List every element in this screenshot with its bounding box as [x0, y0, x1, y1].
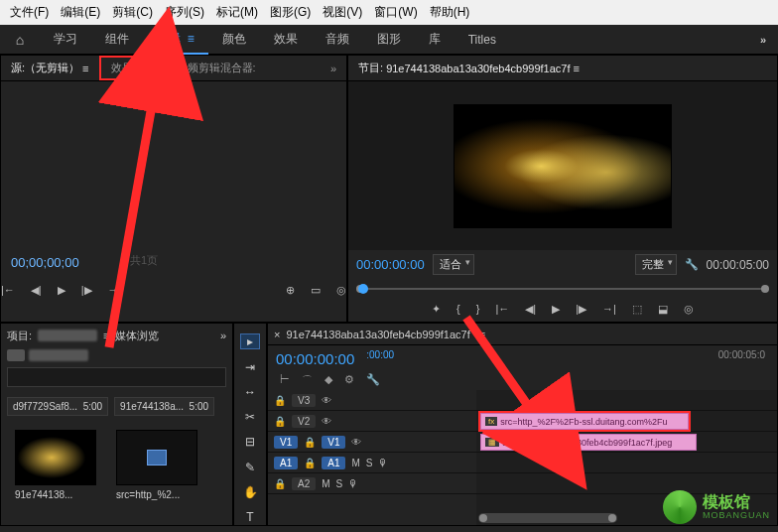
menu-graphics[interactable]: 图形(G): [264, 2, 317, 23]
bin-icon[interactable]: [7, 349, 25, 361]
mic-icon[interactable]: 🎙: [348, 478, 358, 489]
linked-sel-icon[interactable]: ⌒: [302, 373, 313, 388]
ws-effects[interactable]: 效果: [260, 25, 312, 55]
tab-program[interactable]: 节目: 91e744138aba13a30feb4cb999f1ac7f ≡: [348, 56, 589, 80]
lift-icon[interactable]: ⬚: [632, 303, 642, 316]
add-marker-icon[interactable]: ✦: [432, 303, 441, 316]
ws-audio[interactable]: 音频: [312, 25, 363, 55]
timeline-sequence-tab[interactable]: 91e744138aba13a30feb4cb999f1ac7f: [286, 329, 469, 340]
program-scrubber[interactable]: [348, 279, 777, 299]
timeline-timecode[interactable]: 00:00:00:00: [276, 350, 354, 367]
mark-in-icon[interactable]: |←: [1, 284, 15, 297]
track-v3[interactable]: V3: [292, 394, 316, 407]
ws-library[interactable]: 库: [415, 25, 454, 55]
solo-button[interactable]: S: [336, 478, 343, 489]
play-icon[interactable]: ▶: [552, 303, 560, 316]
ws-assembly[interactable]: 组件: [91, 25, 143, 55]
snap-icon[interactable]: ⊢: [280, 373, 290, 388]
project-search-input[interactable]: [7, 367, 226, 387]
settings-icon[interactable]: ⚙: [344, 373, 354, 388]
track-target-a1[interactable]: A1: [274, 457, 298, 469]
ws-titles[interactable]: Titles: [454, 25, 510, 55]
track-v2[interactable]: V2: [292, 415, 316, 428]
solo-button[interactable]: S: [366, 458, 373, 468]
menu-sequence[interactable]: 序列(S): [159, 2, 210, 23]
ws-learn[interactable]: 学习: [40, 25, 91, 55]
program-timecode[interactable]: 00:00:00:00: [356, 257, 425, 272]
zoom-fit-dropdown[interactable]: 适合: [433, 254, 474, 275]
step-fwd-icon[interactable]: |▶: [576, 303, 586, 316]
track-a1[interactable]: A1: [322, 457, 345, 469]
menu-help[interactable]: 帮助(H): [424, 2, 476, 23]
bin-icon[interactable]: [29, 349, 88, 361]
home-icon[interactable]: ⌂: [0, 32, 40, 48]
source-timecode[interactable]: 00;00;00;00: [11, 255, 79, 270]
tab-effect-controls[interactable]: 效果控件: [99, 56, 167, 80]
lock-icon[interactable]: 🔒: [304, 458, 316, 468]
mic-icon[interactable]: 🎙: [378, 458, 388, 468]
timeline-hscroll[interactable]: [478, 513, 617, 523]
ripple-tool-icon[interactable]: ↔: [240, 384, 260, 399]
resolution-dropdown[interactable]: 完整: [635, 254, 677, 275]
overwrite-icon[interactable]: ▭: [311, 284, 321, 297]
step-back-icon[interactable]: ◀|: [31, 284, 42, 297]
lock-icon[interactable]: 🔒: [274, 416, 286, 427]
razor-tool-icon[interactable]: ✂: [240, 410, 260, 425]
menu-window[interactable]: 窗口(W): [368, 2, 423, 23]
menu-view[interactable]: 视图(V): [317, 2, 368, 23]
ws-overflow-icon[interactable]: »: [748, 34, 778, 46]
eye-icon[interactable]: 👁: [351, 437, 361, 448]
timeline-ruler[interactable]: :00:00 00:00:05:0: [366, 349, 769, 367]
step-back-icon[interactable]: ◀|: [525, 303, 536, 316]
selection-tool-icon[interactable]: ▸: [240, 333, 260, 349]
lock-icon[interactable]: 🔒: [274, 478, 286, 489]
mute-button[interactable]: M: [351, 458, 359, 468]
step-fwd-icon[interactable]: |▶: [81, 284, 92, 297]
export-frame-icon[interactable]: ◎: [684, 303, 694, 316]
play-icon[interactable]: ▶: [58, 284, 65, 297]
lock-icon[interactable]: 🔒: [304, 437, 316, 448]
tab-audio-clip-mixer[interactable]: 音频剪辑混合器:: [167, 56, 266, 80]
hand-tool-icon[interactable]: ✋: [240, 484, 260, 499]
program-monitor[interactable]: [348, 81, 777, 250]
asset-chip[interactable]: 91e744138a... 5:00: [114, 397, 214, 416]
source-overflow-icon[interactable]: »: [321, 56, 346, 80]
goto-out-icon[interactable]: →|: [602, 303, 616, 316]
menu-file[interactable]: 文件(F): [4, 2, 55, 23]
tab-media-browser[interactable]: 媒体浏览: [115, 329, 159, 343]
tab-source[interactable]: 源:（无剪辑） ≡: [1, 56, 99, 80]
export-frame-icon[interactable]: ◎: [336, 284, 346, 297]
menu-clip[interactable]: 剪辑(C): [106, 2, 159, 23]
type-tool-icon[interactable]: T: [240, 510, 260, 525]
slip-tool-icon[interactable]: ⊟: [240, 435, 260, 450]
ws-editing[interactable]: 编辑 ≡: [143, 25, 208, 55]
asset-chip[interactable]: d9f7729Saf8... 5:00: [7, 397, 108, 416]
track-v1[interactable]: V1: [322, 436, 345, 449]
menu-mark[interactable]: 标记(M): [210, 2, 264, 23]
track-a2[interactable]: A2: [292, 477, 316, 490]
in-icon[interactable]: {: [456, 303, 460, 316]
wrench-icon[interactable]: 🔧: [366, 373, 380, 388]
menu-edit[interactable]: 编辑(E): [55, 2, 106, 23]
project-thumb[interactable]: src=http_%2...: [116, 430, 197, 500]
playhead-icon[interactable]: [358, 284, 368, 294]
track-target-v1[interactable]: V1: [274, 436, 298, 449]
settings-wrench-icon[interactable]: 🔧: [685, 258, 699, 271]
eye-icon[interactable]: 👁: [322, 395, 331, 406]
eye-icon[interactable]: 👁: [322, 416, 331, 427]
out-icon[interactable]: }: [476, 303, 480, 316]
clip-v2[interactable]: fx src=http_%2F%2Fb-ssl.duitang.com%2Fu: [480, 413, 689, 430]
goto-in-icon[interactable]: |←: [495, 303, 509, 316]
mark-out-icon[interactable]: →|: [108, 284, 122, 297]
marker-icon[interactable]: ◆: [324, 373, 332, 388]
ws-graphics[interactable]: 图形: [363, 25, 415, 55]
track-select-tool-icon[interactable]: ⇥: [240, 359, 260, 374]
lock-icon[interactable]: 🔒: [274, 395, 286, 406]
project-overflow-icon[interactable]: »: [220, 330, 226, 341]
insert-icon[interactable]: ⊕: [286, 284, 295, 297]
project-thumb[interactable]: 91e744138...: [15, 430, 96, 500]
ws-color[interactable]: 颜色: [208, 25, 260, 55]
pen-tool-icon[interactable]: ✎: [240, 460, 260, 474]
tab-close-icon[interactable]: ×: [274, 329, 280, 340]
extract-icon[interactable]: ⬓: [658, 303, 668, 316]
